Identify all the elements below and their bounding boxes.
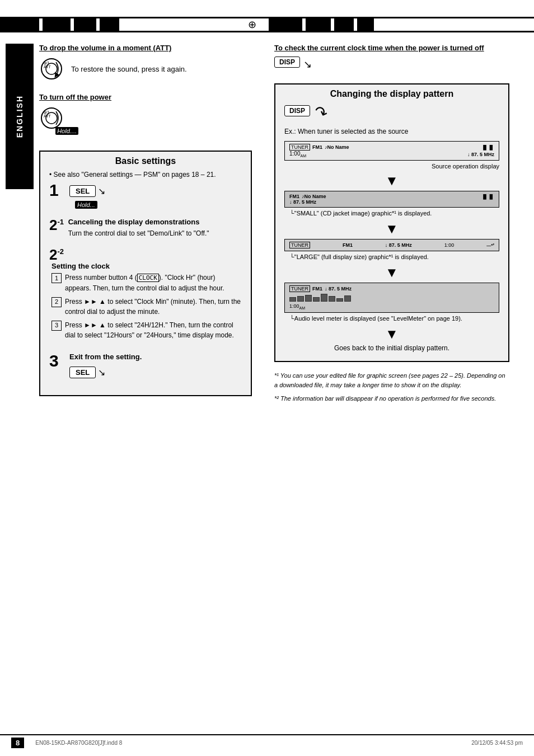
- freq-3: ↓ 87. 5 MHz: [385, 242, 412, 248]
- top-bar-right: [269, 18, 534, 31]
- right-indicator-1: ▐▌▐▌: [481, 145, 494, 150]
- disp-button-change[interactable]: DISP: [284, 105, 310, 116]
- display-left-1: TUNER FM1 ♪No Name: [289, 144, 349, 151]
- down-arrow-4: ▼: [284, 326, 499, 342]
- station-2: FM1: [289, 194, 299, 199]
- bar-6: [329, 296, 335, 302]
- bar-1: [289, 297, 296, 302]
- step-1: 1 SEL ↘ Hold...: [49, 182, 242, 209]
- step-1-num: 1: [49, 182, 66, 199]
- bar-block-r1: [269, 18, 302, 31]
- basic-settings-note: • See also "General settings — PSM" on p…: [49, 171, 242, 179]
- basic-settings-box: Basic settings • See also "General setti…: [39, 151, 252, 396]
- power-heading: To turn off the power: [39, 93, 252, 101]
- step-2-2-heading: Setting the clock: [51, 262, 242, 270]
- clock-code: CLOCK: [137, 274, 159, 282]
- changing-display-box: Changing the display pattern DISP ↷ Ex.:…: [274, 83, 509, 362]
- power-knob-container: φ/1 ATT Hold....: [39, 106, 67, 134]
- display-row-4a: TUNER FM1 ↓ 87. 5 MHz: [289, 285, 494, 292]
- disp-button-row: DISP ↘: [274, 57, 509, 72]
- badge-1: 1: [51, 273, 62, 283]
- footnote-2-text: *² The information bar will disappear if…: [274, 395, 496, 402]
- bar-8: [344, 295, 351, 302]
- step-2-2-text-3: Press ►► ▲ to select "24H/12H." Then, tu…: [65, 320, 242, 340]
- step-3-num: 3: [49, 353, 66, 369]
- asterisk-3: —*²: [486, 243, 494, 248]
- step-2-2-text-2: Press ►► ▲ to select "Clock Min" (minute…: [65, 297, 242, 317]
- step-2-1-heading: Canceling the display demonstrations: [68, 218, 209, 226]
- bar-4: [313, 297, 320, 302]
- att-description: To restore the sound, press it again.: [71, 65, 187, 73]
- name-1: ♪No Name: [325, 144, 349, 150]
- display-row-2: FM1 ♪No Name ▐▌▐▌: [289, 194, 494, 199]
- att-heading: To drop the volume in a moment (ATT): [39, 44, 252, 52]
- disp-with-arrow: DISP ↷: [284, 104, 499, 122]
- step-2-1-body: Turn the control dial to set "Demo/Link"…: [68, 228, 209, 238]
- disp-arrow-clock: ↘: [303, 58, 312, 71]
- freq-2: ↓ 87. 5 MHz: [289, 199, 494, 205]
- clock-section: To check the current clock time when the…: [274, 44, 509, 72]
- left-column: ENGLISH To drop the volume in a moment (…: [6, 44, 263, 407]
- bar-block-r3: [334, 18, 354, 31]
- page-number: 8: [11, 738, 24, 748]
- time-3: 1:00: [444, 242, 455, 248]
- disp-button-clock[interactable]: DISP: [274, 57, 300, 68]
- step-2-2-text-1: Press number button 4 (CLOCK). "Clock Hr…: [65, 273, 242, 293]
- ex-note: Ex.: When tuner is selected as the sourc…: [284, 128, 499, 135]
- date-info: 20/12/05 3:44:53 pm: [471, 740, 523, 746]
- display-screen-2: FM1 ♪No Name ▐▌▐▌ ↓ 87. 5 MHz: [284, 191, 499, 208]
- time-1: 1:00AM: [289, 151, 306, 158]
- crosshair-symbol: ⊕: [235, 18, 269, 31]
- station-1: FM1: [312, 144, 322, 150]
- svg-text:ATT: ATT: [44, 114, 51, 118]
- arrow-1: ↘: [98, 186, 105, 196]
- arrow-3: ↘: [98, 367, 105, 378]
- tuner-badge-3: TUNER: [289, 242, 310, 248]
- step-1-content: SEL ↘ Hold...: [69, 182, 105, 209]
- main-content: ENGLISH To drop the volume in a moment (…: [0, 32, 534, 419]
- goes-back-label: Goes back to the initial display pattern…: [284, 344, 499, 352]
- bar-block-2: [43, 18, 71, 31]
- footnotes: *¹ You can use your edited file for grap…: [274, 371, 509, 404]
- display-left-4: TUNER FM1 ↓ 87. 5 MHz: [289, 285, 352, 292]
- footnote-1: *¹ You can use your edited file for grap…: [274, 371, 509, 391]
- step-2-2-sub: -2: [57, 247, 64, 256]
- tuner-badge-1: TUNER: [289, 144, 310, 151]
- freq-4: ↓ 87. 5 MHz: [325, 286, 352, 292]
- display-row-1: TUNER FM1 ♪No Name ▐▌▐▌: [289, 144, 494, 151]
- svg-text:ATT: ATT: [44, 65, 51, 69]
- basic-settings-title: Basic settings: [49, 156, 242, 166]
- changing-display-title: Changing the display pattern: [284, 89, 499, 99]
- footnote-2: *² The information bar will disappear if…: [274, 394, 509, 404]
- curved-arrow-icon: ↷: [312, 102, 330, 124]
- sel-label-3: SEL: [69, 367, 96, 378]
- display-screen-3: TUNER FM1 ↓ 87. 5 MHz 1:00 —*²: [284, 239, 499, 251]
- badge-3: 3: [51, 321, 62, 331]
- power-section: To turn off the power φ/1 ATT Hold....: [39, 93, 252, 134]
- bar-3: [305, 295, 312, 302]
- step-3-heading: Exit from the setting.: [69, 353, 142, 361]
- step-3-content: Exit from the setting. SEL ↘: [69, 353, 142, 382]
- step-2-2: 2-2 Setting the clock 1 Press number but…: [49, 247, 242, 344]
- bar-block-r4: [357, 18, 374, 31]
- level-meter-label: └Audio level meter is displayed (see "Le…: [284, 315, 499, 322]
- footnote-1-text: *¹ You can use your edited file for grap…: [274, 372, 505, 389]
- bar-block-1: [0, 18, 39, 31]
- station-3: FM1: [343, 242, 353, 248]
- step-2-1-sub: -1: [57, 218, 64, 226]
- clock-heading: To check the current clock time when the…: [274, 44, 509, 52]
- bar-2: [297, 296, 304, 302]
- sel-button-1[interactable]: SEL ↘: [69, 185, 105, 197]
- att-knob-icon: φ/1 ATT: [39, 57, 64, 82]
- top-bar: ⊕: [0, 17, 534, 32]
- sidebar-label: ENGLISH: [15, 95, 24, 138]
- sel-button-3[interactable]: SEL ↘: [69, 367, 105, 378]
- sel-label-1: SEL: [69, 185, 96, 197]
- power-inner: φ/1 ATT Hold....: [39, 106, 252, 134]
- bar-block-r2: [306, 18, 331, 31]
- down-arrow-2: ▼: [284, 221, 499, 237]
- display-screen-4: TUNER FM1 ↓ 87. 5 MHz: [284, 283, 499, 313]
- small-graphic-label: └"SMALL" (CD jacket image) graphic*¹ is …: [284, 210, 499, 217]
- display-left-2: FM1 ♪No Name: [289, 194, 326, 199]
- bar-5: [321, 294, 327, 302]
